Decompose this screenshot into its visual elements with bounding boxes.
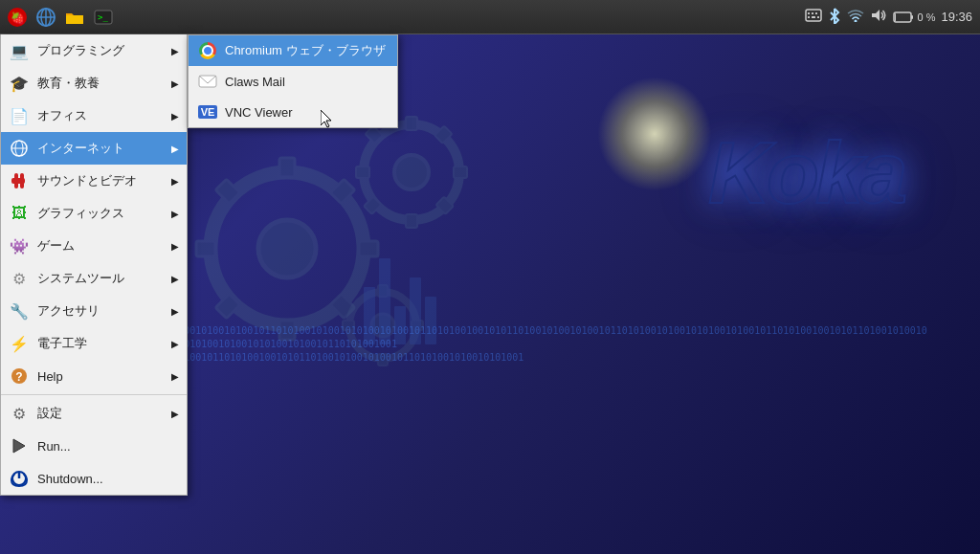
svg-rect-50 xyxy=(895,13,896,21)
menu-item-shutdown[interactable]: Shutdown... xyxy=(1,462,187,495)
svg-rect-56 xyxy=(20,173,24,188)
svg-rect-46 xyxy=(817,16,819,18)
shutdown-icon xyxy=(9,468,30,489)
background-glow xyxy=(597,77,712,191)
wifi-icon[interactable] xyxy=(847,9,864,25)
submenu-item-label: Claws Mail xyxy=(225,75,285,89)
submenu-internet: Chromium ウェブ・ブラウザ Claws Mail VE VNC View… xyxy=(188,34,398,128)
claws-mail-icon xyxy=(198,72,217,91)
bluetooth-icon[interactable] xyxy=(828,7,841,27)
svg-rect-42 xyxy=(812,12,813,14)
menu-item-label: Help xyxy=(37,369,171,384)
submenu-arrow: ▶ xyxy=(171,46,179,56)
submenu-arrow: ▶ xyxy=(171,111,179,122)
submenu-arrow: ▶ xyxy=(171,144,179,154)
svg-rect-48 xyxy=(894,12,911,22)
chromium-icon xyxy=(198,41,217,60)
taskbar-left: 🍓 xyxy=(0,4,121,31)
submenu-item-vnc[interactable]: VE VNC Viewer xyxy=(189,97,397,127)
menu-item-label: オフィス xyxy=(37,107,171,124)
svg-rect-44 xyxy=(808,16,810,18)
system-icon: ⚙ xyxy=(9,268,30,289)
graphics-icon: 🖼 xyxy=(9,203,30,224)
menu-item-education[interactable]: 🎓 教育・教養 ▶ xyxy=(1,67,187,100)
menu-item-label: Shutdown... xyxy=(37,472,179,486)
menu-item-internet[interactable]: インターネット ▶ xyxy=(1,132,187,165)
menu-panel: 💻 プログラミング ▶ 🎓 教育・教養 ▶ 📄 オフィス ▶ xyxy=(0,34,188,496)
submenu-item-claws[interactable]: Claws Mail xyxy=(189,66,397,97)
submenu-arrow: ▶ xyxy=(171,339,179,349)
battery-text: 0 % xyxy=(917,11,935,23)
electronics-icon: ⚡ xyxy=(9,333,30,354)
submenu-arrow: ▶ xyxy=(171,306,179,317)
svg-rect-15 xyxy=(454,166,467,178)
menu-item-system[interactable]: ⚙ システムツール ▶ xyxy=(1,262,187,295)
svg-rect-37 xyxy=(66,15,83,24)
svg-rect-43 xyxy=(815,12,817,14)
education-icon: 🎓 xyxy=(9,73,30,94)
submenu-arrow: ▶ xyxy=(171,78,179,89)
menu-item-label: 設定 xyxy=(37,405,171,422)
svg-rect-55 xyxy=(14,173,18,188)
raspberry-icon[interactable]: 🍓 xyxy=(4,4,31,31)
submenu-item-label: Chromium ウェブ・ブラウザ xyxy=(225,42,386,59)
menu-item-settings[interactable]: ⚙ 設定 ▶ xyxy=(1,397,187,430)
menu-item-label: インターネット xyxy=(37,140,171,157)
svg-text:🍓: 🍓 xyxy=(11,11,25,25)
menu-item-graphics[interactable]: 🖼 グラフィックス ▶ xyxy=(1,197,187,230)
menu-item-label: アクセサリ xyxy=(37,302,171,320)
sound-icon xyxy=(9,170,30,191)
menu-item-label: Run... xyxy=(37,439,179,454)
menu-item-accessories[interactable]: 🔧 アクセサリ ▶ xyxy=(1,295,187,327)
svg-marker-59 xyxy=(13,439,25,453)
menu-item-sound[interactable]: サウンドとビデオ ▶ xyxy=(1,165,187,197)
menu-item-label: 教育・教養 xyxy=(37,75,171,92)
programming-icon: 💻 xyxy=(9,40,30,61)
settings-icon: ⚙ xyxy=(9,403,30,424)
menu-item-office[interactable]: 📄 オフィス ▶ xyxy=(1,100,187,132)
run-icon xyxy=(9,435,30,456)
svg-rect-45 xyxy=(812,16,815,18)
svg-rect-2 xyxy=(279,158,295,177)
volume-icon[interactable] xyxy=(870,8,887,26)
svg-text:>_: >_ xyxy=(98,12,108,22)
terminal-icon[interactable]: >_ xyxy=(90,4,117,31)
submenu-item-chromium[interactable]: Chromium ウェブ・ブラウザ xyxy=(189,35,397,66)
svg-point-1 xyxy=(258,220,316,277)
menu-item-label: 電子工学 xyxy=(37,335,171,352)
menu-item-electronics[interactable]: ⚡ 電子工学 ▶ xyxy=(1,327,187,360)
submenu-arrow: ▶ xyxy=(171,209,179,219)
svg-rect-4 xyxy=(196,241,215,256)
svg-rect-40 xyxy=(806,10,821,21)
svg-rect-5 xyxy=(359,241,378,256)
koka-logo: Koka xyxy=(708,124,903,223)
taskbar: 🍓 xyxy=(0,0,980,34)
svg-rect-12 xyxy=(406,117,417,130)
internet-icon xyxy=(9,138,30,159)
clock: 19:36 xyxy=(941,10,972,24)
games-icon: 👾 xyxy=(9,235,30,256)
battery-indicator: 0 % xyxy=(893,11,935,23)
globe-icon[interactable] xyxy=(33,4,59,31)
svg-rect-14 xyxy=(356,166,369,178)
accessories-icon: 🔧 xyxy=(9,300,30,321)
menu-item-label: システムツール xyxy=(37,270,171,287)
folder-icon[interactable] xyxy=(61,4,88,31)
vnc-icon: VE xyxy=(198,102,217,122)
binary-stream: 0101101001010010100101101010010100101010… xyxy=(144,324,932,382)
menu-item-label: ゲーム xyxy=(37,237,171,255)
svg-point-11 xyxy=(394,155,429,189)
svg-rect-49 xyxy=(911,15,913,19)
submenu-arrow: ▶ xyxy=(171,371,179,382)
submenu-arrow: ▶ xyxy=(171,176,179,187)
menu-item-run[interactable]: Run... xyxy=(1,430,187,462)
help-icon: ? xyxy=(9,366,30,387)
menu-item-help[interactable]: ? Help ▶ xyxy=(1,360,187,392)
desktop: 0101101001010010100101101010010100101010… xyxy=(0,0,980,554)
menu-item-programming[interactable]: 💻 プログラミング ▶ xyxy=(1,34,187,67)
taskbar-right: 0 % 19:36 xyxy=(797,7,980,27)
svg-rect-13 xyxy=(406,214,417,228)
menu-item-label: グラフィックス xyxy=(37,205,171,222)
menu-item-label: サウンドとビデオ xyxy=(37,172,171,189)
menu-item-games[interactable]: 👾 ゲーム ▶ xyxy=(1,230,187,262)
